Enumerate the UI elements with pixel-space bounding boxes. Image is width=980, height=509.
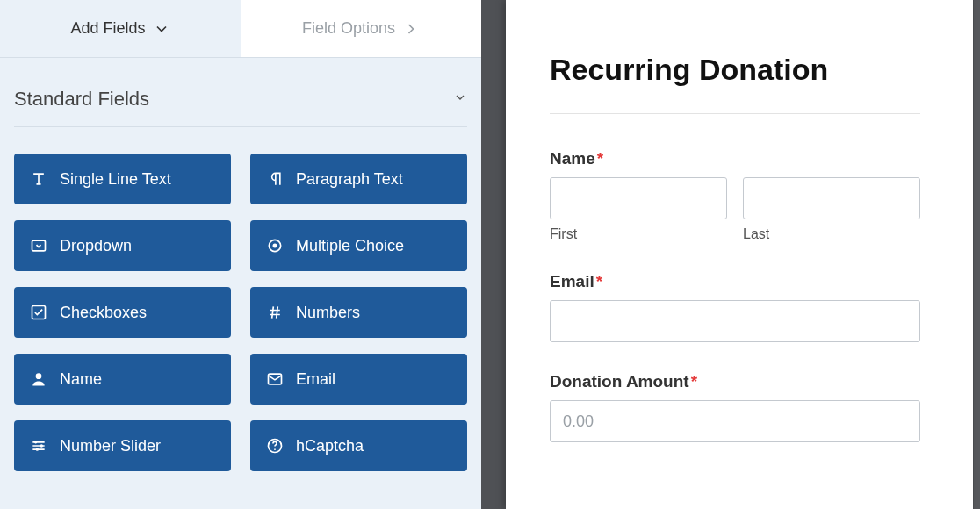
paragraph-icon [266, 170, 284, 188]
field-grid: Single Line Text Paragraph Text Dropdown [14, 127, 467, 471]
email-label: Email* [550, 272, 920, 291]
first-name-input[interactable] [550, 177, 727, 219]
field-name[interactable]: Name [14, 354, 231, 405]
email-input[interactable] [550, 300, 920, 342]
field-label: Single Line Text [60, 170, 171, 189]
checkbox-icon [30, 304, 47, 321]
user-icon [30, 370, 47, 388]
section-header[interactable]: Standard Fields [14, 88, 467, 127]
last-name-sublabel: Last [743, 226, 920, 242]
donation-amount-input[interactable] [550, 400, 920, 442]
chevron-down-icon [453, 90, 467, 108]
tabs: Add Fields Field Options [0, 0, 481, 58]
field-label: Checkboxes [60, 304, 147, 322]
required-mark: * [596, 272, 602, 290]
svg-point-7 [40, 444, 43, 447]
name-label: Name* [550, 149, 920, 168]
envelope-icon [266, 370, 284, 388]
tab-field-options[interactable]: Field Options [241, 0, 481, 57]
field-label: Paragraph Text [296, 170, 403, 189]
first-name-sublabel: First [550, 226, 727, 242]
scrollbar[interactable] [974, 0, 980, 509]
tab-add-fields[interactable]: Add Fields [0, 0, 241, 57]
field-single-line-text[interactable]: Single Line Text [14, 154, 231, 204]
field-hcaptcha[interactable]: hCaptcha [250, 420, 467, 471]
text-cursor-icon [30, 170, 47, 188]
form-preview: Recurring Donation Name* First Last [506, 0, 973, 509]
donation-label-text: Donation Amount [550, 372, 689, 391]
svg-point-8 [36, 448, 39, 451]
left-panel: Add Fields Field Options Standard Fields [0, 0, 481, 509]
divider [550, 113, 920, 114]
field-label: Numbers [296, 304, 360, 322]
workspace: Add Fields Field Options Standard Fields [0, 0, 980, 509]
dropdown-icon [30, 237, 47, 254]
field-number-slider[interactable]: Number Slider [14, 420, 231, 471]
last-name-input[interactable] [743, 177, 920, 219]
field-checkboxes[interactable]: Checkboxes [14, 287, 231, 338]
email-label-text: Email [550, 272, 594, 290]
required-mark: * [597, 149, 603, 168]
field-label: Name [60, 370, 102, 389]
svg-point-4 [36, 373, 42, 379]
field-label: Multiple Choice [296, 237, 404, 255]
field-label: Dropdown [60, 237, 132, 255]
field-email[interactable]: Email [250, 354, 467, 405]
required-mark: * [691, 372, 697, 391]
form-title: Recurring Donation [550, 53, 920, 87]
svg-rect-0 [32, 240, 46, 251]
form-field-donation-amount[interactable]: Donation Amount* [550, 372, 920, 442]
field-label: Number Slider [60, 437, 161, 455]
svg-point-6 [34, 441, 37, 443]
svg-point-2 [273, 244, 277, 248]
field-paragraph-text[interactable]: Paragraph Text [250, 154, 467, 204]
chevron-down-icon [153, 20, 170, 38]
field-label: hCaptcha [296, 437, 364, 455]
hash-icon [266, 304, 284, 321]
question-circle-icon [266, 437, 284, 455]
field-label: Email [296, 370, 335, 389]
name-label-text: Name [550, 149, 595, 168]
form-field-name[interactable]: Name* First Last [550, 149, 920, 242]
field-multiple-choice[interactable]: Multiple Choice [250, 220, 467, 271]
standard-fields-section: Standard Fields Single Line Text Para [0, 58, 481, 471]
svg-point-10 [274, 448, 276, 450]
tab-add-fields-label: Add Fields [70, 19, 145, 38]
section-title: Standard Fields [14, 88, 149, 111]
preview-area: Recurring Donation Name* First Last [481, 0, 980, 509]
field-numbers[interactable]: Numbers [250, 287, 467, 338]
sliders-icon [30, 437, 47, 455]
radio-icon [266, 237, 284, 254]
chevron-right-icon [402, 20, 420, 38]
form-field-email[interactable]: Email* [550, 272, 920, 342]
field-dropdown[interactable]: Dropdown [14, 220, 231, 271]
tab-field-options-label: Field Options [302, 19, 395, 38]
donation-label: Donation Amount* [550, 372, 920, 391]
